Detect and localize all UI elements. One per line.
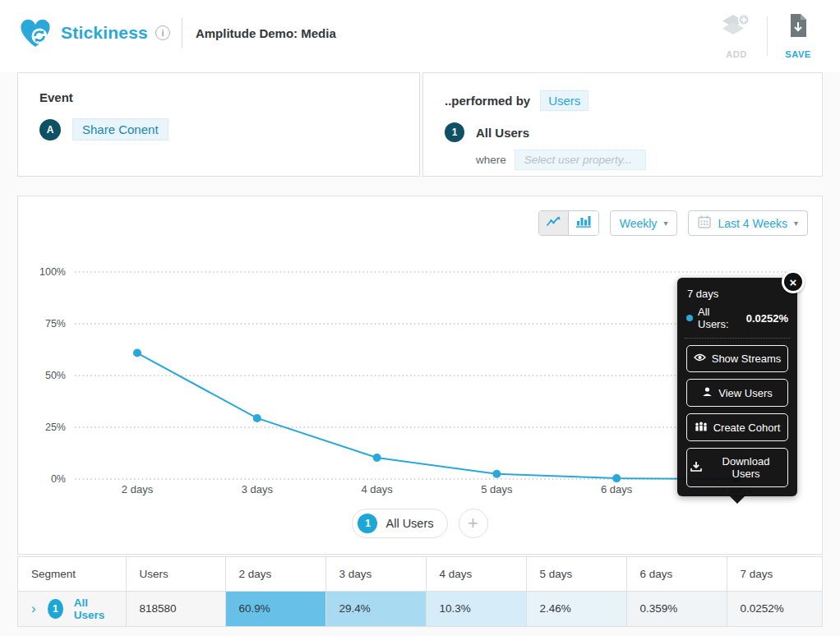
value-cell-3days: 29.4% [325, 591, 426, 626]
segment-badge: 1 [445, 122, 464, 142]
svg-text:100%: 100% [39, 266, 66, 278]
date-range-dropdown[interactable]: Last 4 Weeks ▾ [688, 210, 808, 236]
project-name: Amplitude Demo: Media [196, 26, 336, 40]
svg-text:75%: 75% [45, 318, 66, 330]
value-cell-6days: 0.359% [626, 591, 727, 626]
col-header-segment: Segment [18, 557, 126, 591]
bar-chart-toggle-button[interactable] [569, 211, 598, 235]
chevron-down-icon: ▾ [794, 219, 798, 228]
table-header-row: Segment Users 2 days 3 days 4 days 5 day… [18, 557, 822, 591]
value-cell-4days: 10.3% [426, 591, 526, 626]
interval-dropdown[interactable]: Weekly ▾ [610, 210, 678, 236]
event-badge: A [39, 119, 61, 141]
stickiness-page: Stickiness i Amplitude Demo: Media ADD [0, 0, 840, 636]
value-cell-7days: 0.0252% [727, 591, 822, 626]
user-property-input[interactable]: Select user property... [515, 150, 646, 170]
interval-value: Weekly [620, 217, 658, 230]
users-subject-pill[interactable]: Users [540, 90, 588, 111]
performed-by-panel: ..performed by Users 1 All Users where S… [422, 72, 823, 177]
add-segment-button[interactable]: + [459, 509, 488, 538]
view-users-button[interactable]: View Users [686, 379, 788, 407]
legend-label: All Users [385, 517, 433, 530]
segment-cell: › 1 All Users [18, 591, 126, 626]
col-header-5days: 5 days [526, 557, 626, 591]
expand-row-chevron-icon[interactable]: › [31, 601, 36, 615]
col-header-6days: 6 days [626, 557, 727, 591]
chart-type-toggle [538, 210, 599, 236]
all-users-link[interactable]: All Users [74, 597, 113, 621]
event-panel-heading: Event [39, 90, 398, 104]
value-cell-2days: 60.9% [225, 591, 325, 626]
line-chart-icon [546, 215, 561, 231]
svg-text:5 days: 5 days [481, 483, 513, 495]
datapoint-tooltip: × 7 days All Users: 0.0252% Show Streams [677, 278, 797, 496]
add-layers-icon [721, 13, 752, 41]
svg-text:0%: 0% [51, 473, 66, 485]
col-header-4days: 4 days [426, 557, 526, 591]
table-row: › 1 All Users 818580 60.9% 29.4% 10.3% 2… [18, 591, 822, 626]
performed-by-heading: ..performed by [445, 94, 530, 108]
group-icon-button create-cohort-button[interactable]: Create Cohort [686, 413, 788, 441]
users-count-cell: 818580 [126, 591, 225, 626]
calendar-icon [698, 215, 711, 232]
event-name-pill[interactable]: Share Conent [72, 118, 168, 141]
legend-all-users-pill[interactable]: 1 All Users [352, 509, 447, 538]
row-segment-badge: 1 [48, 599, 63, 619]
show-streams-button[interactable]: Show Streams [686, 345, 788, 372]
header-button-divider [767, 16, 768, 56]
bar-chart-icon [576, 215, 591, 231]
col-header-7days: 7 days [727, 557, 822, 591]
svg-text:2 days: 2 days [122, 483, 154, 495]
download-users-button[interactable]: Download Users [686, 448, 788, 487]
where-label: where [476, 154, 506, 166]
tooltip-series-label: All Users: [698, 306, 741, 330]
value-cell-5days: 2.46% [526, 591, 626, 626]
save-button-label: SAVE [785, 49, 811, 59]
line-chart-toggle-button[interactable] [539, 211, 569, 235]
add-button-label: ADD [726, 49, 747, 59]
app-header: Stickiness i Amplitude Demo: Media ADD [0, 0, 840, 72]
save-button[interactable]: SAVE [773, 13, 824, 59]
info-icon[interactable]: i [155, 25, 170, 40]
eye-icon [694, 353, 706, 365]
event-panel: Event A Share Conent [17, 72, 420, 177]
legend-badge: 1 [358, 514, 377, 533]
save-file-icon [788, 13, 808, 41]
series-dot-icon [686, 315, 693, 321]
download-icon [690, 461, 702, 474]
segment-name: All Users [476, 126, 529, 140]
col-header-3days: 3 days [325, 557, 426, 591]
group-icon [695, 421, 708, 434]
tooltip-title: 7 days [687, 288, 788, 300]
svg-text:6 days: 6 days [601, 483, 633, 495]
svg-text:3 days: 3 days [242, 483, 274, 495]
date-range-value: Last 4 Weeks [718, 217, 787, 230]
tooltip-pointer [729, 495, 745, 504]
stickiness-heart-logo-icon [18, 16, 53, 49]
chart-panel: Weekly ▾ Last 4 Weeks ▾ [17, 196, 823, 555]
header-divider [182, 18, 182, 48]
results-table: Segment Users 2 days 3 days 4 days 5 day… [17, 556, 823, 627]
col-header-users: Users [126, 557, 225, 591]
user-icon [702, 386, 713, 399]
tooltip-value: 0.0252% [746, 312, 788, 325]
col-header-2days: 2 days [225, 557, 325, 591]
add-button[interactable]: ADD [711, 13, 762, 59]
tooltip-divider [685, 338, 790, 339]
page-title: Stickiness [61, 23, 148, 43]
svg-text:4 days: 4 days [361, 483, 393, 495]
plus-icon: + [468, 513, 478, 534]
svg-text:25%: 25% [45, 422, 66, 433]
svg-text:50%: 50% [45, 370, 66, 381]
chevron-down-icon: ▾ [663, 219, 667, 228]
close-icon[interactable]: × [782, 270, 805, 293]
